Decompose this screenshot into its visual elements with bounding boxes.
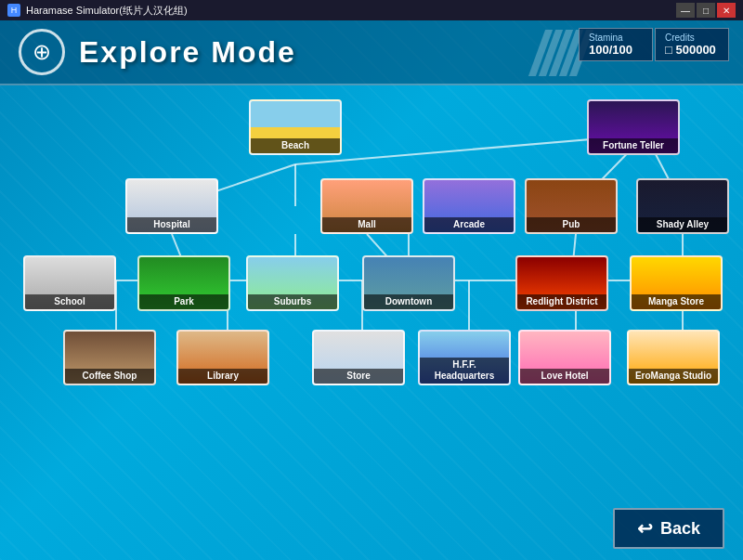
credits-value: □ 500000: [665, 43, 719, 57]
pub-card[interactable]: Pub: [525, 178, 618, 234]
back-button[interactable]: ↩ Back: [613, 508, 724, 549]
shady-label: Shady Alley: [638, 217, 727, 232]
node-eromanga[interactable]: EroManga Studio: [627, 330, 720, 385]
node-manga[interactable]: Manga Store: [630, 255, 723, 311]
pub-label: Pub: [527, 217, 616, 232]
titlebar-controls[interactable]: — □ ✕: [676, 3, 736, 18]
node-beach[interactable]: Beach: [249, 99, 342, 155]
node-redlight[interactable]: Redlight District: [515, 255, 608, 311]
fortune-card[interactable]: Fortune Teller: [587, 99, 680, 155]
node-downtown[interactable]: Downtown: [362, 255, 455, 311]
coffee-card[interactable]: Coffee Shop: [63, 330, 156, 385]
downtown-card[interactable]: Downtown: [362, 255, 455, 311]
lovehotel-card[interactable]: Love Hotel: [518, 330, 611, 385]
store-card[interactable]: Store: [312, 330, 405, 385]
node-lovehotel[interactable]: Love Hotel: [518, 330, 611, 385]
eromanga-label: EroManga Studio: [629, 369, 718, 384]
node-suburbs[interactable]: Suburbs: [246, 255, 339, 311]
titlebar: H Haramase Simulator(纸片人汉化组) — □ ✕: [0, 0, 743, 20]
node-hff[interactable]: H.F.F. Headquarters: [418, 330, 511, 385]
store-label: Store: [314, 369, 403, 384]
app-icon: H: [7, 4, 20, 17]
library-card[interactable]: Library: [176, 330, 269, 385]
shady-card[interactable]: Shady Alley: [636, 178, 729, 234]
back-label: Back: [660, 519, 700, 539]
main-area: Stamina 100/100 Credits □ 500000 ⊕ Explo…: [0, 20, 743, 560]
lovehotel-label: Love Hotel: [520, 369, 609, 384]
suburbs-card[interactable]: Suburbs: [246, 255, 339, 311]
eromanga-card[interactable]: EroManga Studio: [627, 330, 720, 385]
park-label: Park: [139, 294, 228, 309]
node-arcade[interactable]: Arcade: [423, 178, 515, 234]
stats-bar: Stamina 100/100 Credits □ 500000: [579, 28, 729, 61]
manga-label: Manga Store: [632, 294, 721, 309]
credits-label: Credits: [665, 33, 719, 43]
titlebar-left: H Haramase Simulator(纸片人汉化组): [7, 4, 188, 18]
coffee-label: Coffee Shop: [65, 369, 154, 384]
library-label: Library: [178, 369, 267, 384]
back-icon: ↩: [637, 517, 653, 540]
mall-label: Mall: [322, 217, 411, 232]
node-mall[interactable]: Mall: [320, 178, 413, 234]
node-hospital[interactable]: Hospital: [125, 178, 218, 234]
map-area: Beach Fortune Teller Hospital Mall Arcad…: [0, 90, 743, 504]
node-pub[interactable]: Pub: [525, 178, 618, 234]
maximize-button[interactable]: □: [697, 3, 715, 18]
stamina-box: Stamina 100/100: [579, 28, 653, 61]
fortune-label: Fortune Teller: [589, 138, 678, 153]
node-park[interactable]: Park: [137, 255, 230, 311]
compass-icon: ⊕: [19, 29, 65, 75]
arcade-label: Arcade: [424, 217, 514, 232]
suburbs-label: Suburbs: [248, 294, 337, 309]
hospital-card[interactable]: Hospital: [125, 178, 218, 234]
stamina-label: Stamina: [589, 33, 643, 43]
node-fortune[interactable]: Fortune Teller: [587, 99, 680, 155]
node-coffee[interactable]: Coffee Shop: [63, 330, 156, 385]
stamina-value: 100/100: [589, 43, 643, 57]
app-title: Haramase Simulator(纸片人汉化组): [26, 4, 188, 18]
beach-card[interactable]: Beach: [249, 99, 342, 155]
node-shady[interactable]: Shady Alley: [636, 178, 729, 234]
page-title: Explore Mode: [79, 35, 296, 70]
hff-label: H.F.F. Headquarters: [420, 358, 509, 384]
node-library[interactable]: Library: [176, 330, 269, 385]
node-store[interactable]: Store: [312, 330, 405, 385]
hospital-label: Hospital: [127, 217, 216, 232]
close-button[interactable]: ✕: [717, 3, 736, 18]
manga-card[interactable]: Manga Store: [630, 255, 723, 311]
downtown-label: Downtown: [364, 294, 453, 309]
node-school[interactable]: School: [23, 255, 116, 311]
school-label: School: [25, 294, 114, 309]
beach-label: Beach: [251, 138, 340, 153]
arcade-card[interactable]: Arcade: [423, 178, 515, 234]
park-card[interactable]: Park: [137, 255, 230, 311]
mall-card[interactable]: Mall: [320, 178, 413, 234]
redlight-label: Redlight District: [517, 294, 606, 309]
minimize-button[interactable]: —: [676, 3, 695, 18]
credits-box: Credits □ 500000: [655, 28, 729, 61]
school-card[interactable]: School: [23, 255, 116, 311]
hff-card[interactable]: H.F.F. Headquarters: [418, 330, 511, 385]
redlight-card[interactable]: Redlight District: [515, 255, 608, 311]
